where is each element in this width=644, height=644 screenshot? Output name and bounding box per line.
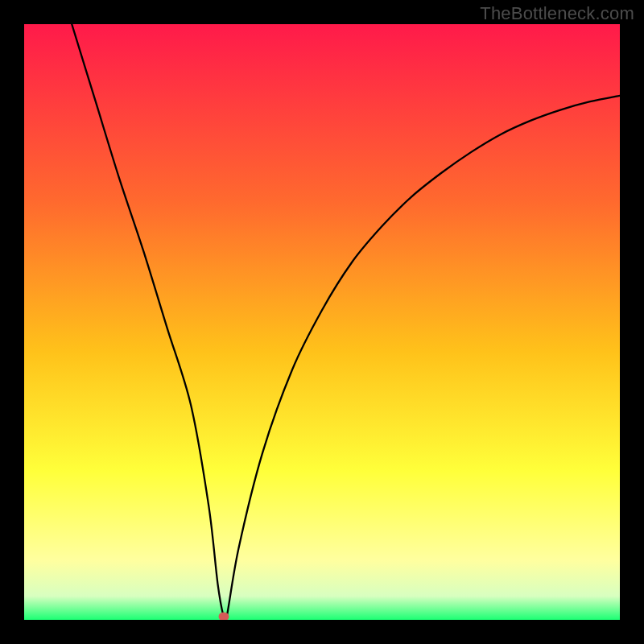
bottleneck-curve	[24, 24, 620, 620]
watermark-text: TheBottleneck.com	[480, 3, 634, 24]
optimum-marker	[218, 613, 229, 620]
chart-container: TheBottleneck.com	[0, 0, 644, 644]
plot-area	[24, 24, 620, 620]
